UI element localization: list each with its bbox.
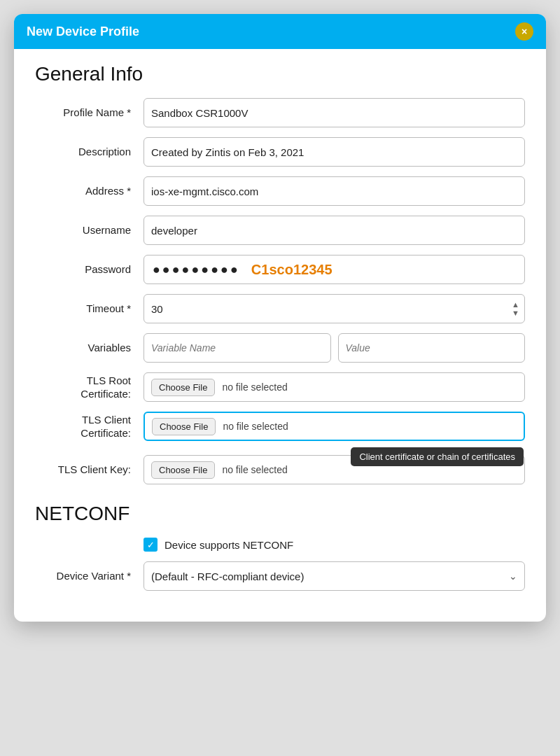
netconf-supports-label: Device supports NETCONF (164, 539, 293, 551)
description-label: Description (35, 145, 144, 159)
password-label: Password (35, 262, 144, 276)
modal-body: General Info Profile Name * Description … (14, 49, 546, 622)
tls-client-key-choose-file-button[interactable]: Choose File (151, 461, 215, 479)
profile-name-row: Profile Name * (35, 98, 525, 127)
netconf-section: NETCONF ✓ Device supports NETCONF Device… (35, 503, 525, 591)
device-variant-select[interactable]: (Default - RFC-compliant device) ⌄ (144, 561, 525, 591)
username-row: Username (35, 216, 525, 245)
address-row: Address * (35, 176, 525, 206)
tls-client-cert-label: TLS Client Certificate: (35, 413, 144, 440)
address-input[interactable] (144, 176, 525, 206)
tls-root-label: TLS Root Certificate: (35, 374, 144, 401)
password-plain-text: C1sco12345 (251, 262, 332, 278)
new-device-profile-modal: New Device Profile × General Info Profil… (14, 14, 546, 622)
variables-inputs (144, 333, 525, 363)
tls-root-no-file-text: no file selected (222, 382, 287, 393)
address-label: Address * (35, 184, 144, 198)
username-label: Username (35, 223, 144, 237)
variable-name-input[interactable] (144, 333, 331, 363)
timeout-label: Timeout * (35, 302, 144, 316)
tls-client-cert-choose-file-button[interactable]: Choose File (152, 418, 216, 435)
chevron-down-icon: ⌄ (509, 570, 517, 582)
description-input[interactable] (144, 137, 525, 167)
device-variant-label: Device Variant * (35, 569, 144, 583)
tls-client-cert-row: TLS Client Certificate: Choose File no f… (35, 412, 525, 441)
username-input[interactable] (144, 216, 525, 245)
close-button[interactable]: × (515, 22, 533, 41)
tls-root-choose-file-button[interactable]: Choose File (151, 379, 215, 396)
timeout-wrapper: ▲ ▼ (144, 294, 525, 323)
device-variant-row: Device Variant * (Default - RFC-complian… (35, 561, 525, 591)
variable-value-input[interactable] (338, 333, 526, 363)
description-row: Description (35, 137, 525, 167)
tls-client-cert-no-file-text: no file selected (223, 421, 288, 432)
spinner-arrows[interactable]: ▲ ▼ (512, 301, 519, 317)
tls-root-file-wrapper: Choose File no file selected (144, 372, 525, 402)
variables-label: Variables (35, 341, 144, 355)
tls-client-cert-file-wrapper: Choose File no file selected Client cert… (144, 412, 525, 441)
netconf-checkbox-row: ✓ Device supports NETCONF (144, 538, 525, 552)
spinner-up-icon: ▲ (512, 301, 519, 309)
tls-client-key-no-file-text: no file selected (222, 464, 287, 475)
profile-name-label: Profile Name * (35, 106, 144, 120)
netconf-title: NETCONF (35, 503, 525, 525)
password-dots: ●●●●●●●●● (153, 262, 240, 277)
tls-client-key-label: TLS Client Key: (35, 463, 144, 477)
device-variant-value: (Default - RFC-compliant device) (151, 570, 304, 582)
timeout-row: Timeout * ▲ ▼ (35, 294, 525, 323)
tls-client-cert-tooltip: Client certificate or chain of certifica… (351, 447, 524, 466)
general-info-title: General Info (35, 63, 525, 85)
tls-root-row: TLS Root Certificate: Choose File no fil… (35, 372, 525, 402)
password-field-wrapper: ●●●●●●●●● C1sco12345 (144, 255, 525, 284)
password-row: Password ●●●●●●●●● C1sco12345 (35, 255, 525, 284)
netconf-supports-checkbox[interactable]: ✓ (144, 538, 158, 552)
spinner-down-icon: ▼ (512, 309, 519, 317)
close-icon: × (522, 26, 527, 37)
checkmark-icon: ✓ (147, 540, 155, 550)
profile-name-input[interactable] (144, 98, 525, 127)
modal-title: New Device Profile (27, 24, 139, 39)
modal-header: New Device Profile × (14, 14, 546, 49)
variables-row: Variables (35, 333, 525, 363)
timeout-input[interactable] (144, 294, 525, 323)
